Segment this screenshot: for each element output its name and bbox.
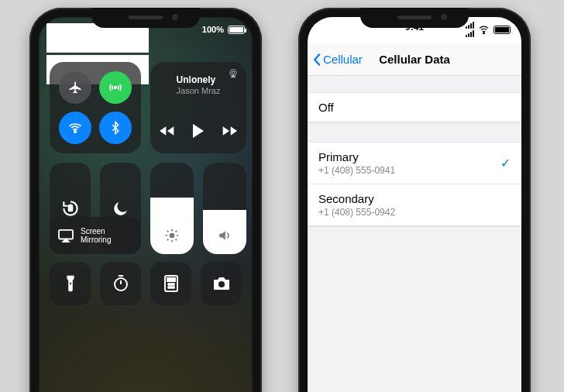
airplay-icon[interactable] (228, 68, 239, 81)
svg-point-1 (74, 131, 76, 132)
svg-point-5 (170, 233, 175, 239)
airplane-icon (67, 80, 83, 95)
svg-point-14 (168, 287, 170, 288)
previous-track-button[interactable] (160, 125, 175, 139)
battery-percent: 100% (202, 25, 224, 34)
volume-slider[interactable] (203, 163, 246, 254)
svg-point-17 (218, 281, 225, 287)
wifi-icon (67, 120, 83, 136)
option-label: Primary (318, 150, 395, 163)
screen-mirroring-button[interactable]: Screen Mirroring (50, 217, 141, 254)
option-primary[interactable]: Primary +1 (408) 555-0941 ✓ (308, 143, 521, 184)
brightness-icon (164, 228, 180, 245)
calculator-button[interactable] (150, 262, 191, 305)
now-playing-tile[interactable]: Unlonely Jason Mraz (150, 62, 246, 153)
track-title: Unlonely (177, 74, 221, 85)
orientation-lock-icon (60, 198, 81, 218)
wifi-icon (478, 25, 490, 34)
timer-icon (112, 274, 130, 293)
svg-point-12 (170, 284, 172, 285)
battery-icon (494, 26, 511, 34)
screen-mirroring-label: Screen Mirroring (81, 227, 111, 245)
svg-rect-10 (167, 278, 175, 281)
option-secondary[interactable]: Secondary +1 (408) 555-0942 (308, 184, 521, 226)
wifi-toggle[interactable] (59, 112, 91, 144)
svg-point-3 (232, 71, 235, 74)
page-title: Cellular Data (379, 53, 450, 66)
track-artist: Jason Mraz (177, 86, 221, 95)
checkmark-icon: ✓ (500, 156, 511, 170)
settings-list: Off Primary +1 (408) 555-0941 ✓ Seconda (308, 76, 521, 392)
phone-settings: 9:41 Cellular (298, 8, 531, 392)
forward-icon (222, 125, 237, 137)
svg-rect-6 (59, 230, 73, 239)
cellular-data-toggle[interactable] (99, 71, 132, 104)
svg-point-15 (170, 287, 172, 288)
flashlight-icon (64, 274, 77, 293)
play-button[interactable] (192, 124, 205, 139)
camera-icon (212, 276, 231, 291)
back-label: Cellular (323, 53, 363, 66)
option-subtitle: +1 (408) 555-0941 (318, 165, 395, 176)
battery-icon (228, 26, 245, 34)
timer-button[interactable] (100, 262, 141, 305)
option-label: Off (318, 101, 334, 114)
antenna-icon (108, 80, 123, 95)
play-icon (192, 124, 205, 138)
sim-1-badge: 1 (69, 34, 76, 41)
chevron-left-icon (312, 53, 322, 67)
brightness-slider[interactable] (150, 163, 194, 254)
camera-button[interactable] (201, 262, 242, 305)
volume-icon (217, 228, 232, 245)
next-track-button[interactable] (222, 125, 237, 139)
airplane-mode-toggle[interactable] (59, 71, 91, 104)
back-button[interactable]: Cellular (312, 43, 363, 75)
option-subtitle: +1 (408) 555-0942 (318, 207, 395, 218)
option-label: Secondary (318, 192, 395, 205)
carrier-1-label: Carrier LTE (79, 31, 138, 44)
flashlight-button[interactable] (50, 262, 91, 305)
dual-signal-icon (466, 22, 474, 37)
svg-point-11 (168, 284, 170, 285)
signal-bars-icon (57, 34, 66, 41)
option-off[interactable]: Off (308, 93, 521, 122)
bluetooth-icon (108, 121, 122, 135)
connectivity-tile[interactable] (50, 62, 141, 153)
navigation-bar: Cellular Cellular Data (308, 43, 521, 76)
screen-mirroring-icon (57, 229, 74, 242)
calculator-icon (163, 274, 179, 293)
phone-control-center: 1 Carrier LTE 2 Carrier 2 100% (29, 8, 262, 392)
svg-point-16 (173, 287, 174, 288)
svg-point-18 (483, 33, 485, 34)
rewind-icon (160, 125, 175, 137)
bluetooth-toggle[interactable] (99, 112, 132, 144)
svg-point-13 (173, 284, 174, 285)
moon-icon (112, 199, 130, 218)
svg-point-0 (115, 87, 117, 89)
svg-point-7 (69, 283, 70, 284)
